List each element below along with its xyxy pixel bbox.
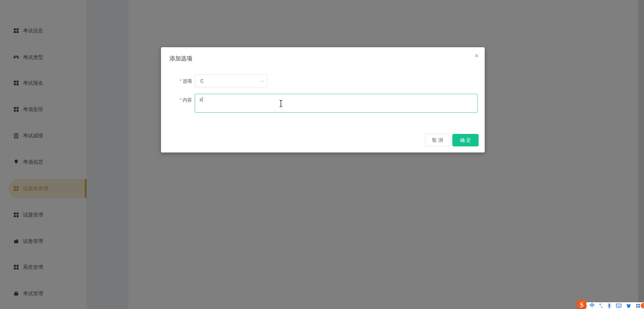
close-icon[interactable]: ×: [475, 52, 479, 59]
ime-toolbar: S 中 °,: [578, 302, 644, 309]
content-field-label: *内容: [180, 97, 192, 103]
keyboard-icon[interactable]: [616, 304, 621, 308]
text-caret: [202, 97, 203, 102]
sogou-logo-icon[interactable]: S: [576, 299, 587, 309]
skin-shirt-icon[interactable]: [626, 304, 631, 308]
dialog-title: 添加选项: [169, 55, 192, 62]
option-field-label: *选项: [180, 78, 192, 84]
app-screen: 考试信息 考试类型 考试报名 考场安排 考试成绩 考场信息 试题库管理: [0, 0, 644, 309]
add-option-dialog: 添加选项 × *选项 C *内容 c 取 消 确 定: [161, 47, 485, 152]
confirm-button[interactable]: 确 定: [452, 134, 479, 146]
punctuation-icon[interactable]: °,: [599, 303, 603, 308]
required-asterisk: *: [180, 97, 182, 103]
toolbox-grid-icon[interactable]: [636, 304, 640, 308]
chevron-down-icon: [260, 79, 264, 82]
ime-partial-icon[interactable]: [641, 303, 644, 308]
required-asterisk: *: [180, 78, 182, 84]
option-select[interactable]: C: [195, 75, 267, 87]
microphone-icon[interactable]: [607, 303, 611, 308]
modal-overlay: [0, 0, 644, 309]
ime-mode-chinese[interactable]: 中: [590, 303, 594, 309]
cancel-button[interactable]: 取 消: [425, 134, 450, 146]
content-textarea[interactable]: c: [195, 94, 478, 113]
